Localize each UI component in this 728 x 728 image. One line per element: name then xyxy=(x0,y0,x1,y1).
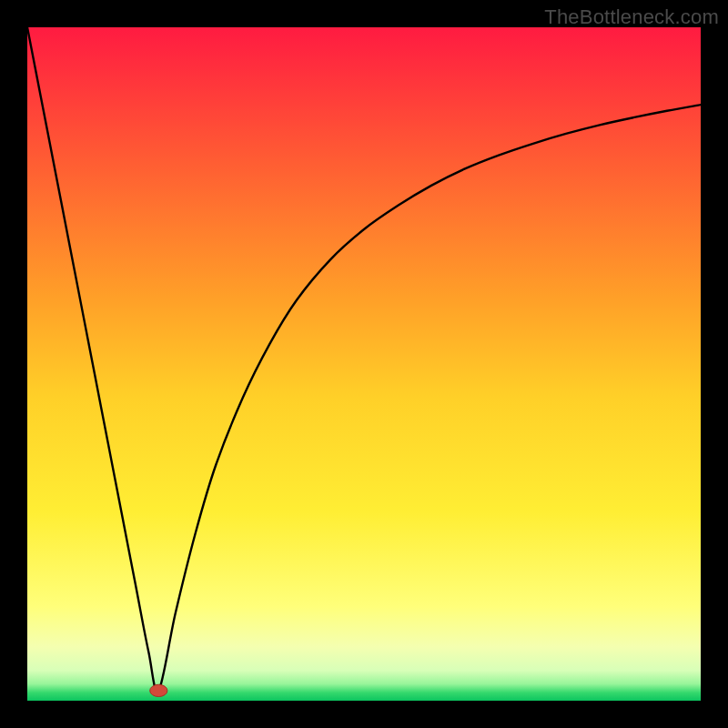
chart-frame: TheBottleneck.com xyxy=(0,0,728,728)
watermark-text: TheBottleneck.com xyxy=(544,5,719,29)
min-marker xyxy=(150,684,167,696)
bottleneck-curve xyxy=(27,27,701,692)
plot-area xyxy=(27,27,701,701)
curve-layer xyxy=(27,27,701,701)
